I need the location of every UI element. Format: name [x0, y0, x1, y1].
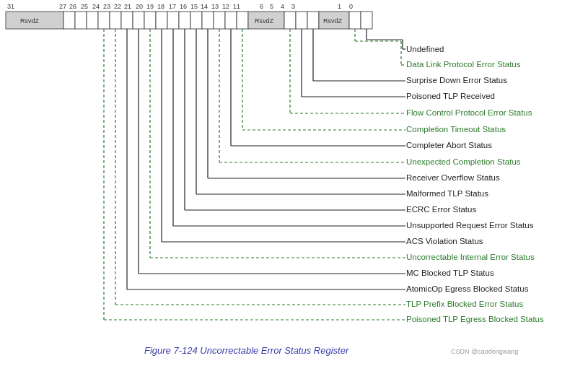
bit-num-19: 19	[146, 3, 154, 10]
label-fcpes: Flow Control Protocol Error Status	[406, 108, 532, 117]
label-ucs: Unexpected Completion Status	[406, 157, 521, 166]
label-ros: Receiver Overflow Status	[406, 173, 500, 182]
label-ptebs: Poisoned TLP Egress Blocked Status	[406, 315, 544, 323]
label-sdes: Surprise Down Error Status	[406, 76, 507, 84]
seg-bit-26	[63, 12, 75, 29]
seg-bit-15	[190, 12, 202, 29]
seg-rsvdz-3	[319, 12, 349, 29]
seg-bit-14	[202, 12, 214, 29]
bit-num-1: 1	[338, 3, 341, 10]
bit-num-20: 20	[136, 3, 143, 10]
seg-bit-22	[110, 12, 121, 29]
bit-num-15: 15	[190, 3, 198, 10]
bit-num-24: 24	[92, 3, 100, 10]
bit-num-14: 14	[201, 3, 208, 10]
bit-num-16: 16	[180, 3, 187, 10]
bit-num-22: 22	[114, 3, 121, 10]
bit-num-6: 6	[260, 3, 263, 10]
main-container: 31 27 26 25 24 23 22 21 20 19 18 17 16 1…	[0, 0, 588, 366]
label-ures: Unsupported Request Error Status	[406, 221, 534, 230]
bit-num-27: 27	[59, 3, 66, 10]
bit-num-4: 4	[281, 3, 284, 10]
seg-bit-13	[214, 12, 225, 29]
label-avs: ACS Violation Status	[406, 237, 483, 245]
label-ptlpr: Poisoned TLP Received	[406, 92, 495, 100]
bit-num-18: 18	[157, 3, 164, 10]
label-mts: Malformed TLP Status	[406, 189, 488, 198]
seg-bit-11	[237, 12, 248, 29]
bit-num-11: 11	[233, 3, 240, 10]
bit-num-26: 26	[69, 3, 76, 10]
label-mbts: MC Blocked TLP Status	[406, 269, 494, 277]
diagram-svg: 31 27 26 25 24 23 22 21 20 19 18 17 16 1…	[0, 0, 588, 366]
seg-rsvdz-1	[6, 12, 63, 29]
seg-bit-16	[179, 12, 190, 29]
seg-bit-25	[75, 12, 87, 29]
seg-bit-18	[156, 12, 167, 29]
seg-bit-12	[225, 12, 237, 29]
bit-num-3: 3	[291, 3, 295, 10]
seg-rsvdz-2-label: RsvdZ	[255, 17, 274, 25]
label-undefined: Undefined	[406, 45, 444, 53]
label-tpbes: TLP Prefix Blocked Error Status	[406, 300, 523, 308]
label-dlpes: Data Link Protocol Error Status	[406, 60, 521, 69]
seg-bit-24	[87, 12, 98, 29]
bit-num-31: 31	[7, 3, 14, 10]
bit-num-5: 5	[270, 3, 273, 10]
seg-rsvdz-1-label: RsvdZ	[20, 17, 40, 25]
watermark: CSDN @caodongwang	[451, 348, 518, 355]
seg-bit-19	[144, 12, 156, 29]
caption: Figure 7-124 Uncorrectable Error Status …	[144, 345, 349, 356]
seg-bit-20	[133, 12, 144, 29]
label-cas: Completer Abort Status	[406, 141, 492, 149]
label-aebs: AtomicOp Egress Blocked Status	[406, 284, 529, 293]
label-ees: ECRC Error Status	[406, 205, 476, 214]
seg-bit-0	[361, 12, 372, 29]
seg-bit-1	[349, 12, 361, 29]
bit-num-23: 23	[103, 3, 110, 10]
label-uies: Uncorrectable Internal Error Status	[406, 253, 535, 261]
bit-num-13: 13	[211, 3, 219, 10]
seg-bit-6	[284, 12, 296, 29]
bit-num-21: 21	[124, 3, 131, 10]
seg-rsvdz-3-label: RsvdZ	[323, 17, 343, 25]
seg-bit-5	[296, 12, 307, 29]
seg-bit-23	[98, 12, 110, 29]
seg-bit-21	[121, 12, 133, 29]
bit-num-12: 12	[222, 3, 229, 10]
seg-bit-4	[307, 12, 319, 29]
seg-rsvdz-2	[248, 12, 284, 29]
bit-num-17: 17	[169, 3, 176, 10]
label-cts: Completion Timeout Status	[406, 125, 506, 134]
bit-num-25: 25	[81, 3, 88, 10]
bit-num-0: 0	[349, 3, 353, 10]
seg-bit-17	[167, 12, 179, 29]
